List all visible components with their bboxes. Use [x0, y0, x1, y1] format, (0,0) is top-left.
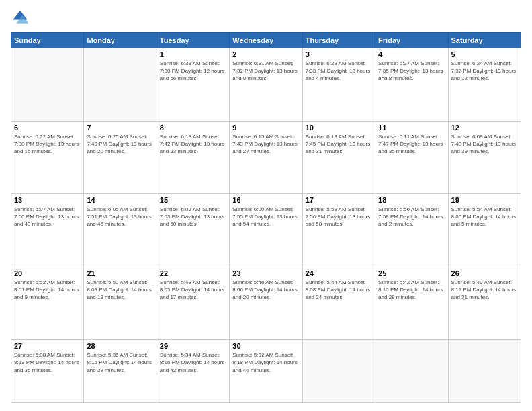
table-row: 17Sunrise: 5:58 AM Sunset: 7:56 PM Dayli… — [302, 194, 375, 267]
col-saturday: Saturday — [448, 33, 521, 48]
day-number: 9 — [232, 124, 299, 132]
table-row: 15Sunrise: 6:02 AM Sunset: 7:53 PM Dayli… — [157, 194, 229, 267]
table-row: 8Sunrise: 6:18 AM Sunset: 7:42 PM Daylig… — [157, 121, 229, 194]
day-number: 17 — [306, 196, 372, 204]
day-number: 21 — [87, 269, 153, 277]
day-number: 1 — [160, 50, 226, 58]
day-info: Sunrise: 5:38 AM Sunset: 8:13 PM Dayligh… — [14, 351, 81, 374]
day-number: 23 — [232, 269, 299, 277]
table-row — [302, 340, 375, 403]
day-number: 29 — [160, 342, 226, 350]
day-number: 15 — [160, 196, 226, 204]
table-row: 3Sunrise: 6:29 AM Sunset: 7:33 PM Daylig… — [302, 48, 375, 122]
day-info: Sunrise: 5:36 AM Sunset: 8:15 PM Dayligh… — [87, 351, 153, 374]
day-number: 30 — [232, 342, 299, 350]
day-info: Sunrise: 5:40 AM Sunset: 8:11 PM Dayligh… — [451, 279, 518, 302]
day-info: Sunrise: 6:24 AM Sunset: 7:37 PM Dayligh… — [451, 60, 518, 83]
day-info: Sunrise: 6:09 AM Sunset: 7:48 PM Dayligh… — [451, 133, 518, 156]
day-info: Sunrise: 6:18 AM Sunset: 7:42 PM Dayligh… — [160, 133, 226, 156]
table-row: 11Sunrise: 6:11 AM Sunset: 7:47 PM Dayli… — [375, 121, 448, 194]
day-number: 12 — [451, 124, 518, 132]
day-info: Sunrise: 5:32 AM Sunset: 8:18 PM Dayligh… — [232, 351, 299, 374]
table-row: 21Sunrise: 5:50 AM Sunset: 8:03 PM Dayli… — [84, 267, 157, 340]
table-row: 24Sunrise: 5:44 AM Sunset: 8:08 PM Dayli… — [302, 267, 375, 340]
day-info: Sunrise: 6:05 AM Sunset: 7:51 PM Dayligh… — [87, 205, 153, 228]
day-number: 16 — [232, 196, 299, 204]
day-info: Sunrise: 6:15 AM Sunset: 7:43 PM Dayligh… — [232, 133, 299, 156]
day-number: 8 — [160, 124, 226, 132]
day-info: Sunrise: 5:34 AM Sunset: 8:16 PM Dayligh… — [160, 351, 226, 374]
header-row: Sunday Monday Tuesday Wednesday Thursday… — [11, 33, 521, 48]
day-info: Sunrise: 5:46 AM Sunset: 8:06 PM Dayligh… — [232, 279, 299, 302]
table-row: 14Sunrise: 6:05 AM Sunset: 7:51 PM Dayli… — [84, 194, 157, 267]
table-row: 18Sunrise: 5:56 AM Sunset: 7:58 PM Dayli… — [375, 194, 448, 267]
day-info: Sunrise: 6:27 AM Sunset: 7:35 PM Dayligh… — [378, 60, 445, 83]
day-number: 25 — [378, 269, 445, 277]
day-info: Sunrise: 5:42 AM Sunset: 8:10 PM Dayligh… — [378, 279, 445, 302]
table-row — [84, 48, 157, 122]
day-info: Sunrise: 5:54 AM Sunset: 8:00 PM Dayligh… — [451, 205, 518, 228]
table-row: 1Sunrise: 6:33 AM Sunset: 7:30 PM Daylig… — [157, 48, 229, 122]
day-info: Sunrise: 5:44 AM Sunset: 8:08 PM Dayligh… — [306, 279, 372, 302]
table-row: 29Sunrise: 5:34 AM Sunset: 8:16 PM Dayli… — [157, 340, 229, 403]
day-info: Sunrise: 6:11 AM Sunset: 7:47 PM Dayligh… — [378, 133, 445, 156]
table-row: 9Sunrise: 6:15 AM Sunset: 7:43 PM Daylig… — [230, 121, 302, 194]
day-number: 24 — [306, 269, 372, 277]
day-info: Sunrise: 6:31 AM Sunset: 7:32 PM Dayligh… — [232, 60, 299, 83]
table-row: 20Sunrise: 5:52 AM Sunset: 8:01 PM Dayli… — [11, 267, 84, 340]
day-info: Sunrise: 5:56 AM Sunset: 7:58 PM Dayligh… — [378, 205, 445, 228]
day-info: Sunrise: 6:29 AM Sunset: 7:33 PM Dayligh… — [306, 60, 372, 83]
table-row: 12Sunrise: 6:09 AM Sunset: 7:48 PM Dayli… — [448, 121, 521, 194]
table-row: 10Sunrise: 6:13 AM Sunset: 7:45 PM Dayli… — [302, 121, 375, 194]
day-number: 20 — [14, 269, 81, 277]
col-sunday: Sunday — [11, 33, 84, 48]
day-info: Sunrise: 6:07 AM Sunset: 7:50 PM Dayligh… — [14, 205, 81, 228]
day-info: Sunrise: 5:50 AM Sunset: 8:03 PM Dayligh… — [87, 279, 153, 302]
day-number: 18 — [378, 196, 445, 204]
table-row: 13Sunrise: 6:07 AM Sunset: 7:50 PM Dayli… — [11, 194, 84, 267]
table-row: 2Sunrise: 6:31 AM Sunset: 7:32 PM Daylig… — [230, 48, 302, 122]
table-row: 16Sunrise: 6:00 AM Sunset: 7:55 PM Dayli… — [230, 194, 302, 267]
calendar-table: Sunday Monday Tuesday Wednesday Thursday… — [11, 32, 521, 403]
day-info: Sunrise: 6:22 AM Sunset: 7:38 PM Dayligh… — [14, 133, 81, 156]
page: Sunday Monday Tuesday Wednesday Thursday… — [0, 0, 532, 411]
day-info: Sunrise: 5:58 AM Sunset: 7:56 PM Dayligh… — [306, 205, 372, 228]
day-info: Sunrise: 6:02 AM Sunset: 7:53 PM Dayligh… — [160, 205, 226, 228]
day-info: Sunrise: 6:33 AM Sunset: 7:30 PM Dayligh… — [160, 60, 226, 83]
day-info: Sunrise: 5:48 AM Sunset: 8:05 PM Dayligh… — [160, 279, 226, 302]
col-tuesday: Tuesday — [157, 33, 229, 48]
day-number: 14 — [87, 196, 153, 204]
day-info: Sunrise: 5:52 AM Sunset: 8:01 PM Dayligh… — [14, 279, 81, 302]
table-row: 26Sunrise: 5:40 AM Sunset: 8:11 PM Dayli… — [448, 267, 521, 340]
col-thursday: Thursday — [302, 33, 375, 48]
table-row: 23Sunrise: 5:46 AM Sunset: 8:06 PM Dayli… — [230, 267, 302, 340]
table-row — [11, 48, 84, 122]
col-monday: Monday — [84, 33, 157, 48]
day-number: 27 — [14, 342, 81, 350]
table-row: 6Sunrise: 6:22 AM Sunset: 7:38 PM Daylig… — [11, 121, 84, 194]
table-row: 19Sunrise: 5:54 AM Sunset: 8:00 PM Dayli… — [448, 194, 521, 267]
day-number: 26 — [451, 269, 518, 277]
day-number: 28 — [87, 342, 153, 350]
table-row: 7Sunrise: 6:20 AM Sunset: 7:40 PM Daylig… — [84, 121, 157, 194]
header — [11, 8, 521, 27]
day-number: 11 — [378, 124, 445, 132]
day-number: 4 — [378, 50, 445, 58]
table-row: 5Sunrise: 6:24 AM Sunset: 7:37 PM Daylig… — [448, 48, 521, 122]
table-row: 4Sunrise: 6:27 AM Sunset: 7:35 PM Daylig… — [375, 48, 448, 122]
col-friday: Friday — [375, 33, 448, 48]
table-row — [448, 340, 521, 403]
day-number: 5 — [451, 50, 518, 58]
day-number: 2 — [232, 50, 299, 58]
table-row: 30Sunrise: 5:32 AM Sunset: 8:18 PM Dayli… — [230, 340, 302, 403]
day-number: 13 — [14, 196, 81, 204]
day-info: Sunrise: 6:20 AM Sunset: 7:40 PM Dayligh… — [87, 133, 153, 156]
day-info: Sunrise: 6:00 AM Sunset: 7:55 PM Dayligh… — [232, 205, 299, 228]
day-number: 22 — [160, 269, 226, 277]
table-row: 25Sunrise: 5:42 AM Sunset: 8:10 PM Dayli… — [375, 267, 448, 340]
day-info: Sunrise: 6:13 AM Sunset: 7:45 PM Dayligh… — [306, 133, 372, 156]
table-row: 27Sunrise: 5:38 AM Sunset: 8:13 PM Dayli… — [11, 340, 84, 403]
day-number: 6 — [14, 124, 81, 132]
col-wednesday: Wednesday — [230, 33, 302, 48]
day-number: 3 — [306, 50, 372, 58]
